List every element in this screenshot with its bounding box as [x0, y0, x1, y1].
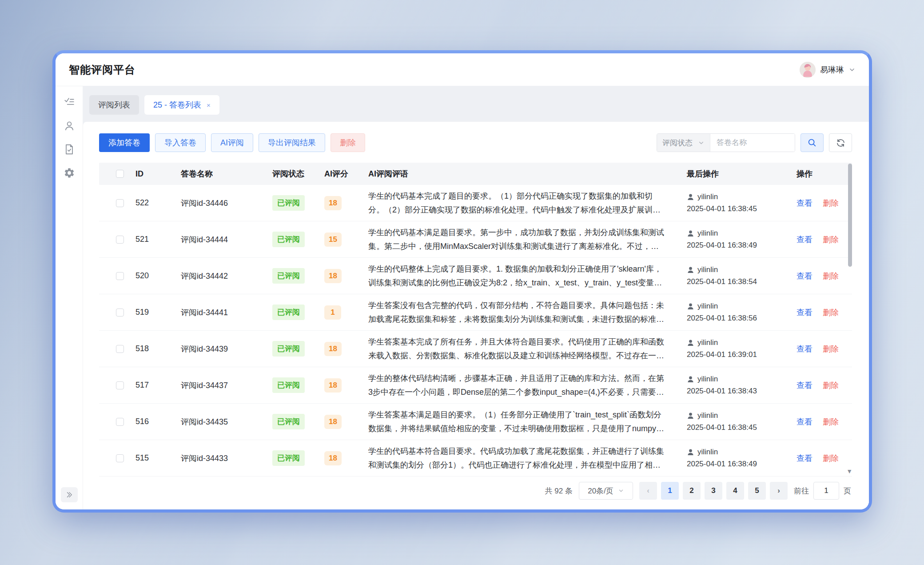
view-link[interactable]: 查看: [797, 454, 812, 463]
export-results-button[interactable]: 导出评阅结果: [259, 133, 325, 152]
search-button[interactable]: [801, 133, 824, 152]
sidebar-item-review-list[interactable]: [60, 93, 78, 111]
page-button-2[interactable]: 2: [683, 482, 701, 500]
cell-comment: 学生的代码基本满足题目要求。第一步中，成功加载了数据，并划分成训练集和测试集。第…: [368, 226, 668, 252]
header-comment: AI评阅评语: [368, 168, 687, 179]
table-row: 516 评阅id-34435 已评阅 18 学生答案基本满足题目的要求。（1）任…: [99, 404, 852, 440]
cell-last-op: yilinlin 2025-04-01 16:38:49: [687, 229, 797, 250]
prev-page-button[interactable]: ‹: [639, 482, 657, 500]
page-button-3[interactable]: 3: [705, 482, 722, 500]
status-badge: 已评阅: [272, 414, 305, 429]
pagination: 共 92 条 20条/页 ‹ 1 2 3 4 5 ›: [99, 477, 852, 505]
score-badge: 18: [324, 415, 342, 429]
row-checkbox[interactable]: [116, 199, 124, 207]
close-icon[interactable]: ×: [207, 101, 211, 109]
operator-name: yilinlin: [697, 192, 718, 201]
page-button-5[interactable]: 5: [748, 482, 766, 500]
row-checkbox[interactable]: [116, 345, 124, 353]
person-icon: [687, 449, 694, 456]
operator-name: yilinlin: [697, 448, 718, 457]
user-name: 易琳琳: [820, 64, 844, 75]
goto-prefix: 前往: [794, 486, 809, 496]
row-checkbox[interactable]: [116, 236, 124, 244]
person-icon: [687, 303, 694, 310]
operator-name: yilinlin: [697, 302, 718, 311]
row-checkbox[interactable]: [116, 454, 124, 462]
goto-page-input[interactable]: [813, 482, 839, 500]
delete-link[interactable]: 删除: [823, 272, 839, 280]
row-checkbox[interactable]: [116, 272, 124, 280]
goto-page: 前往 页: [794, 482, 851, 500]
filter-group: 评阅状态: [657, 133, 795, 152]
answer-table: ID 答卷名称 评阅状态 AI评分 AI评阅评语 最后操作 操作 522 评阅i…: [99, 163, 852, 477]
table-row: 519 评阅id-34441 已评阅 1 学生答案没有包含完整的代码，仅有部分结…: [99, 294, 852, 331]
cell-comment: 学生答案没有包含完整的代码，仅有部分结构，不符合题目要求。具体问题包括：未加载鸢…: [368, 299, 668, 325]
cell-id: 521: [124, 235, 181, 244]
vertical-scrollbar-thumb[interactable]: [848, 164, 852, 267]
page-button-1[interactable]: 1: [661, 482, 679, 500]
delete-button[interactable]: 删除: [331, 133, 365, 152]
app-window: 智能评阅平台 易琳琳: [52, 50, 872, 513]
tab-review-list[interactable]: 评阅列表: [89, 95, 139, 115]
toolbar-buttons: 添加答卷 导入答卷 AI评阅 导出评阅结果 删除: [99, 133, 365, 152]
review-status-select[interactable]: 评阅状态: [657, 134, 710, 152]
document-check-icon: [64, 144, 75, 155]
cell-name: 评阅id-34433: [181, 453, 272, 464]
refresh-button[interactable]: [829, 133, 852, 152]
import-answer-button[interactable]: 导入答卷: [155, 133, 206, 152]
operator-name: yilinlin: [697, 265, 718, 274]
delete-link[interactable]: 删除: [823, 381, 839, 390]
view-link[interactable]: 查看: [797, 345, 812, 353]
scroll-down-arrow-icon[interactable]: ▼: [846, 468, 852, 475]
table-row: 522 评阅id-34446 已评阅 18 学生的代码基本完成了题目的要求。（1…: [99, 185, 852, 221]
cell-comment: 学生的代码基本完成了题目的要求。（1）部分代码正确实现了数据集的加载和切分。（2…: [368, 189, 668, 216]
table-row: 515 评阅id-34433 已评阅 18 学生的代码基本符合题目要求。代码成功…: [99, 440, 852, 477]
cell-name: 评阅id-34441: [181, 307, 272, 318]
view-link[interactable]: 查看: [797, 308, 812, 317]
delete-link[interactable]: 删除: [823, 454, 839, 463]
user-menu[interactable]: 易琳琳: [800, 62, 856, 78]
double-chevron-right-icon: [65, 491, 73, 499]
select-placeholder: 评阅状态: [662, 138, 693, 148]
row-checkbox[interactable]: [116, 381, 124, 389]
cell-comment: 学生的代码基本符合题目要求。代码成功加载了鸢尾花数据集，并正确进行了训练集和测试…: [368, 445, 668, 471]
sidebar-item-users[interactable]: [60, 117, 78, 135]
view-link[interactable]: 查看: [797, 199, 812, 208]
delete-link[interactable]: 删除: [823, 345, 839, 353]
ai-review-button[interactable]: AI评阅: [211, 133, 253, 152]
row-checkbox[interactable]: [116, 309, 124, 317]
status-badge: 已评阅: [272, 450, 305, 466]
delete-link[interactable]: 删除: [823, 417, 839, 426]
delete-link[interactable]: 删除: [823, 199, 839, 208]
view-link[interactable]: 查看: [797, 417, 812, 426]
status-badge: 已评阅: [272, 377, 305, 393]
sidebar-collapse-button[interactable]: [61, 487, 78, 502]
tab-label: 评阅列表: [98, 100, 130, 110]
cell-comment: 学生答案基本满足题目的要求。（1）任务部分正确使用了`train_test_sp…: [368, 408, 668, 435]
app-header: 智能评阅平台 易琳琳: [56, 53, 869, 86]
page-button-4[interactable]: 4: [726, 482, 744, 500]
operator-name: yilinlin: [697, 338, 718, 347]
next-page-button[interactable]: ›: [770, 482, 788, 500]
delete-link[interactable]: 删除: [823, 308, 839, 317]
header-id: ID: [124, 169, 181, 179]
view-link[interactable]: 查看: [797, 381, 812, 390]
add-answer-button[interactable]: 添加答卷: [99, 133, 150, 152]
operator-name: yilinlin: [697, 411, 718, 420]
user-icon: [64, 120, 75, 132]
operation-time: 2025-04-01 16:38:56: [687, 314, 797, 323]
delete-link[interactable]: 删除: [823, 235, 839, 244]
view-link[interactable]: 查看: [797, 235, 812, 244]
avatar[interactable]: [800, 62, 816, 78]
select-all-checkbox[interactable]: [116, 170, 124, 178]
sidebar-item-settings[interactable]: [60, 164, 78, 182]
row-checkbox[interactable]: [116, 418, 124, 426]
page-size-select[interactable]: 20条/页: [579, 482, 633, 500]
chevron-down-icon: [618, 488, 624, 494]
tab-answer-sheet-list[interactable]: 25 - 答卷列表 ×: [144, 95, 219, 115]
toolbar-filters: 评阅状态: [657, 133, 852, 152]
sidebar-item-documents[interactable]: [60, 140, 78, 158]
operation-time: 2025-04-01 16:38:45: [687, 423, 797, 432]
answer-name-input[interactable]: [710, 134, 795, 152]
view-link[interactable]: 查看: [797, 272, 812, 280]
